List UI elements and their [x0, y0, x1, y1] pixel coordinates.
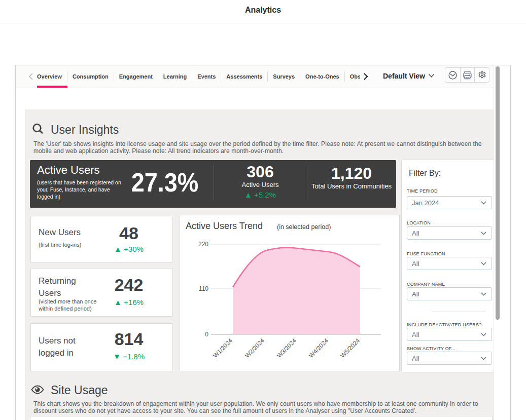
svg-text:0: 0 — [205, 331, 208, 338]
svg-text:220: 220 — [198, 241, 208, 248]
svg-text:W5/2024: W5/2024 — [339, 337, 361, 359]
svg-text:W3/2024: W3/2024 — [275, 337, 298, 359]
svg-text:110: 110 — [199, 285, 208, 292]
svg-text:W2/2024: W2/2024 — [243, 337, 266, 359]
svg-text:W1/2024: W1/2024 — [212, 337, 234, 359]
svg-text:W4/2024: W4/2024 — [307, 337, 330, 359]
